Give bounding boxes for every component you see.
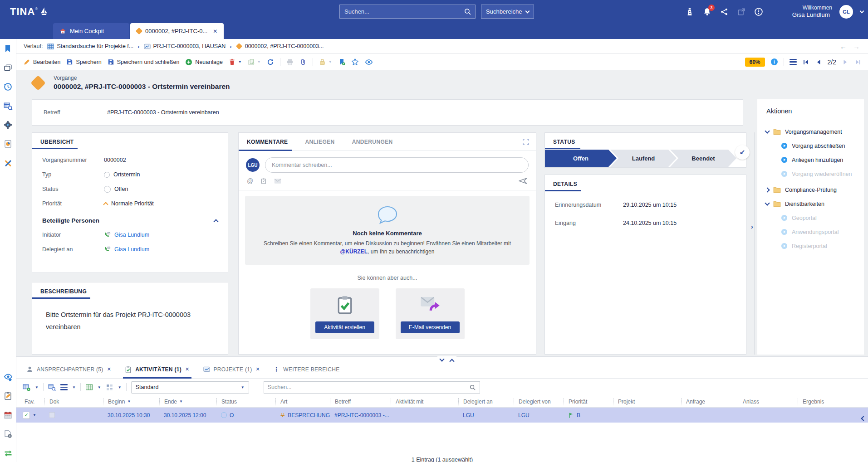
favorite-checkbox[interactable]: ✓: [23, 412, 30, 419]
search-scope-dropdown[interactable]: Suchbereiche: [481, 5, 534, 19]
nav-back-icon[interactable]: ←: [840, 43, 847, 50]
column-header[interactable]: Delegiert von: [514, 398, 564, 405]
bookmark-add-button[interactable]: [338, 58, 345, 66]
tab-aenderungen[interactable]: ÄNDERUNGEN: [352, 139, 393, 145]
send-email-card[interactable]: E-Mail versenden: [396, 288, 465, 339]
menu-icon[interactable]: [790, 59, 797, 65]
column-header[interactable]: Fav.: [16, 398, 44, 405]
add-row-button[interactable]: [23, 384, 30, 391]
beteiligte-personen-section[interactable]: Beteiligte Personen: [32, 211, 228, 228]
status-collapse-icon[interactable]: ↙: [735, 145, 750, 160]
nav-forward-icon[interactable]: →: [853, 43, 860, 50]
comment-input[interactable]: [265, 157, 529, 173]
history-clock-icon[interactable]: [4, 83, 13, 92]
caret-down-icon[interactable]: ▼: [238, 60, 242, 64]
previous-page-icon[interactable]: [815, 58, 822, 66]
grid-search-box[interactable]: [264, 381, 480, 394]
tree-group-vorgangsmanagement[interactable]: Vorgangsmanagement: [757, 125, 864, 139]
attachment-button[interactable]: [299, 58, 307, 66]
send-email-button[interactable]: E-Mail versenden: [401, 321, 460, 333]
create-activity-card[interactable]: Aktivität erstellen: [310, 288, 379, 339]
column-header[interactable]: Status: [216, 398, 275, 405]
clipboard-edit-icon[interactable]: [4, 392, 13, 401]
new-record-button[interactable]: Neuanlage: [185, 58, 222, 66]
app-logo[interactable]: TINA ®: [10, 6, 49, 18]
info-icon[interactable]: [770, 58, 778, 66]
edit-button[interactable]: Bearbeiten: [24, 58, 60, 65]
group-layout-button[interactable]: [106, 384, 113, 391]
column-header[interactable]: Art: [275, 398, 330, 405]
column-header[interactable]: Dok: [44, 398, 103, 405]
betreff-value[interactable]: #PRJ-ITC-0000003 - Ortstermin vereinbare…: [107, 109, 219, 116]
save-button[interactable]: Speichern: [66, 58, 101, 65]
first-page-icon[interactable]: [802, 58, 809, 66]
more-options-icon[interactable]: [754, 7, 764, 17]
calendar-icon[interactable]: [4, 411, 13, 420]
global-search[interactable]: [339, 5, 476, 19]
table-row[interactable]: ✓ ▼ 30.10.2025 10:30 30.10.2025 12:00 O …: [16, 408, 868, 423]
column-header[interactable]: Betreff: [330, 398, 391, 405]
close-icon[interactable]: ✕: [107, 366, 112, 372]
windows-stack-icon[interactable]: [4, 63, 13, 73]
action-vorgang-abschliessen[interactable]: Vorgang abschließen: [757, 139, 864, 153]
caret-down-icon[interactable]: ▼: [35, 385, 39, 389]
share-icon[interactable]: [719, 7, 729, 17]
status-step-laufend[interactable]: Laufend: [610, 150, 677, 167]
dok-checkbox[interactable]: [49, 412, 55, 418]
table-search-icon[interactable]: [4, 102, 13, 111]
tools-icon[interactable]: [4, 159, 13, 168]
user-menu-chevron-icon[interactable]: [860, 9, 864, 13]
delete-button[interactable]: ▼: [229, 58, 242, 65]
tab-ansprechpartner[interactable]: ANSPRECHPARTNER (5) ✕: [26, 360, 111, 378]
send-comment-icon[interactable]: [519, 177, 528, 185]
mention-icon[interactable]: @: [247, 177, 253, 185]
action-anliegen-hinzufuegen[interactable]: Anliegen hinzufügen: [757, 153, 864, 167]
caret-down-icon[interactable]: ▼: [72, 385, 76, 389]
bookmark-icon[interactable]: [4, 44, 13, 53]
tab-kommentare[interactable]: KOMMENTARE: [247, 139, 288, 145]
grid-search-button[interactable]: [48, 384, 56, 391]
column-header[interactable]: Projekt: [613, 398, 681, 405]
caret-down-icon[interactable]: ▼: [98, 385, 101, 389]
search-icon[interactable]: [464, 8, 471, 15]
save-close-button[interactable]: Speichern und schließen: [108, 58, 180, 65]
grid-menu-icon[interactable]: [60, 384, 68, 390]
tab-mein-cockpit[interactable]: Mein Cockpit: [53, 23, 129, 39]
fullscreen-icon[interactable]: [522, 138, 530, 146]
breadcrumb-item-vorgang[interactable]: 0000002, #PRJ-ITC-0000003...: [236, 43, 324, 49]
favorite-star-button[interactable]: [351, 58, 359, 66]
gear-play-icon[interactable]: [4, 121, 13, 130]
column-header[interactable]: Anfrage: [681, 398, 738, 405]
breadcrumb-item-project[interactable]: PRJ-ITC-0000003, HAUSAN: [144, 43, 226, 50]
column-header[interactable]: Anlass: [738, 398, 798, 405]
watch-eye-button[interactable]: [365, 58, 373, 66]
close-icon[interactable]: ✕: [255, 366, 260, 372]
scroll-left-icon[interactable]: [862, 415, 865, 422]
grid-search-input[interactable]: [268, 384, 469, 390]
tab-record[interactable]: 0000002, #PRJ-ITC-0... ✕: [130, 23, 224, 39]
view-select[interactable]: Standard ▼: [131, 381, 249, 394]
sync-arrows-icon[interactable]: [4, 449, 13, 458]
tree-group-compliance-pruefung[interactable]: Compliance-Prüfung: [757, 183, 864, 197]
column-layout-button[interactable]: [85, 384, 93, 391]
column-header[interactable]: Priorität: [564, 398, 613, 405]
breadcrumb-item-search[interactable]: Standardsuche für Projekte f...: [47, 43, 133, 50]
create-activity-button[interactable]: Aktivität erstellen: [315, 321, 374, 333]
tab-projekte[interactable]: PROJEKTE (1) ✕: [203, 360, 260, 378]
status-step-offen[interactable]: Offen: [545, 150, 617, 167]
panel-splitter-handle[interactable]: ›: [751, 223, 753, 230]
global-search-input[interactable]: [344, 8, 464, 15]
document-gear-icon[interactable]: [4, 430, 13, 439]
eye-star-icon[interactable]: [4, 373, 13, 382]
collapse-chevron-icon[interactable]: [213, 219, 218, 224]
close-icon[interactable]: ✕: [185, 366, 190, 372]
column-header[interactable]: Delegiert an: [458, 398, 514, 405]
tab-anliegen[interactable]: ANLIEGEN: [305, 139, 334, 145]
close-tab-icon[interactable]: ✕: [213, 28, 217, 34]
status-step-beendet[interactable]: Beendet: [670, 150, 736, 167]
user-avatar[interactable]: GL: [839, 5, 853, 19]
tree-group-dienstbarkeiten[interactable]: Dienstbarkeiten: [757, 197, 864, 211]
column-header[interactable]: Ergebnis: [798, 398, 861, 405]
refresh-button[interactable]: [267, 58, 274, 66]
email-icon[interactable]: [274, 178, 281, 184]
